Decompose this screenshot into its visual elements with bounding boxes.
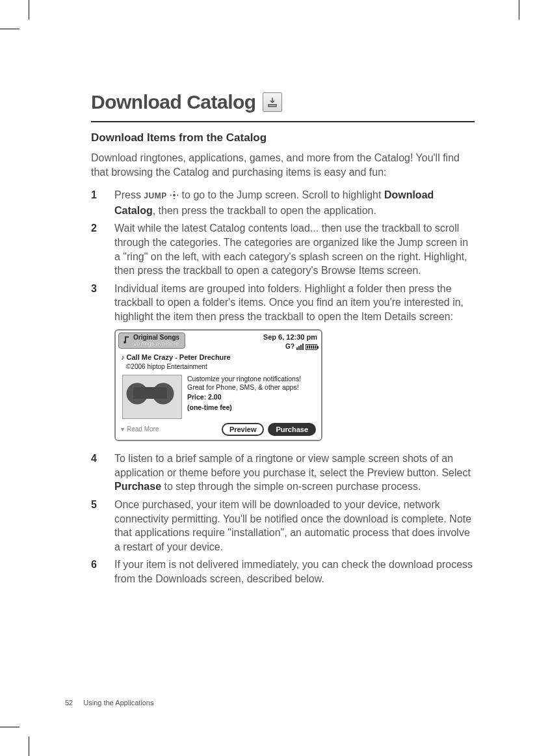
step-1: 1 Press JUMP to go to the Jump screen. S…: [91, 188, 475, 217]
svg-point-1: [174, 191, 175, 193]
item-description-block: Customize your ringtone notifications! G…: [187, 375, 316, 419]
step-number: 1: [91, 188, 101, 217]
crop-mark: [0, 727, 20, 727]
step-body: Individual items are grouped into folder…: [114, 282, 475, 448]
purchase-label: Purchase: [114, 481, 161, 492]
crop-mark: [29, 0, 29, 20]
item-details-screenshot: Original Songs 10 rings available Sep 6,…: [114, 329, 322, 442]
crop-mark: [0, 29, 20, 29]
item-copyright: ©2006 hiptop Entertainment: [116, 362, 321, 373]
section-subheading: Download Items from the Catalog: [91, 131, 475, 144]
section-rule: [91, 121, 475, 122]
preview-button: Preview: [222, 423, 265, 436]
item-main-row: Customize your ringtone notifications! G…: [116, 372, 321, 420]
chevron-down-icon: ▾: [121, 425, 124, 434]
step-number: 6: [91, 558, 101, 586]
jump-key-label: JUMP: [144, 191, 166, 200]
step-5: 5 Once purchased, your item will be down…: [91, 498, 475, 554]
item-price: Price: 2.00: [187, 393, 316, 401]
category-tab: Original Songs 10 rings available: [118, 332, 185, 349]
step-3: 3 Individual items are grouped into fold…: [91, 282, 475, 448]
step-body: Wait while the latest Catalog contents l…: [114, 221, 475, 277]
item-thumbnail: [122, 375, 182, 419]
jump-icon: [170, 189, 179, 204]
page-footer: 52 Using the Applications: [65, 699, 153, 707]
step-4: 4 To listen to a brief sample of a ringt…: [91, 452, 475, 494]
crop-mark: [29, 736, 29, 756]
item-description: Customize your ringtone notifications! G…: [187, 375, 316, 392]
item-fee-note: (one-time fee): [187, 403, 316, 412]
status-right: Sep 6, 12:30 pm G?: [263, 332, 317, 351]
screenshot-statusbar: Original Songs 10 rings available Sep 6,…: [116, 331, 321, 351]
network-type-label: G?: [285, 342, 294, 351]
signal-bars-icon: [296, 344, 304, 350]
crop-mark: [519, 0, 519, 20]
tab-title: Original Songs: [133, 334, 179, 341]
page-title: Download Catalog: [91, 91, 475, 113]
battery-icon: [306, 344, 317, 350]
catalog-download-icon: [263, 92, 282, 112]
tab-subtitle: 10 rings available: [133, 341, 179, 347]
step-number: 4: [91, 452, 101, 494]
svg-point-3: [170, 195, 172, 196]
step-body: Once purchased, your item will be downlo…: [114, 498, 475, 554]
intro-paragraph: Download ringtones, applications, games,…: [91, 151, 475, 179]
step-number: 3: [91, 282, 101, 448]
screenshot-bottom-bar: ▾ Read More Preview Purchase: [116, 420, 321, 440]
svg-point-0: [173, 194, 176, 196]
page-content: Download Catalog Download Items from the…: [91, 91, 475, 590]
purchase-button: Purchase: [268, 423, 316, 436]
title-text: Download Catalog: [91, 91, 256, 113]
svg-point-2: [174, 198, 175, 199]
steps-list: 1 Press JUMP to go to the Jump screen. S…: [91, 188, 475, 586]
read-more-link: ▾ Read More: [121, 425, 159, 434]
step-number: 2: [91, 221, 101, 277]
page-number: 52: [65, 699, 73, 707]
step-body: To listen to a brief sample of a rington…: [114, 452, 475, 494]
step-body: Press JUMP to go to the Jump screen. Scr…: [114, 188, 475, 217]
item-title: Call Me Crazy - Peter Drechure: [127, 353, 231, 361]
step-2: 2 Wait while the latest Catalog contents…: [91, 221, 475, 277]
clock-label: Sep 6, 12:30 pm: [263, 332, 317, 342]
music-note-icon: [122, 335, 131, 345]
running-foot: Using the Applications: [83, 699, 153, 707]
music-note-icon: ♪: [121, 353, 125, 361]
step-6: 6 If your item is not delivered immediat…: [91, 558, 475, 586]
item-title-row: ♪ Call Me Crazy - Peter Drechure: [116, 351, 321, 362]
step-number: 5: [91, 498, 101, 554]
step-body: If your item is not delivered immediatel…: [114, 558, 475, 586]
